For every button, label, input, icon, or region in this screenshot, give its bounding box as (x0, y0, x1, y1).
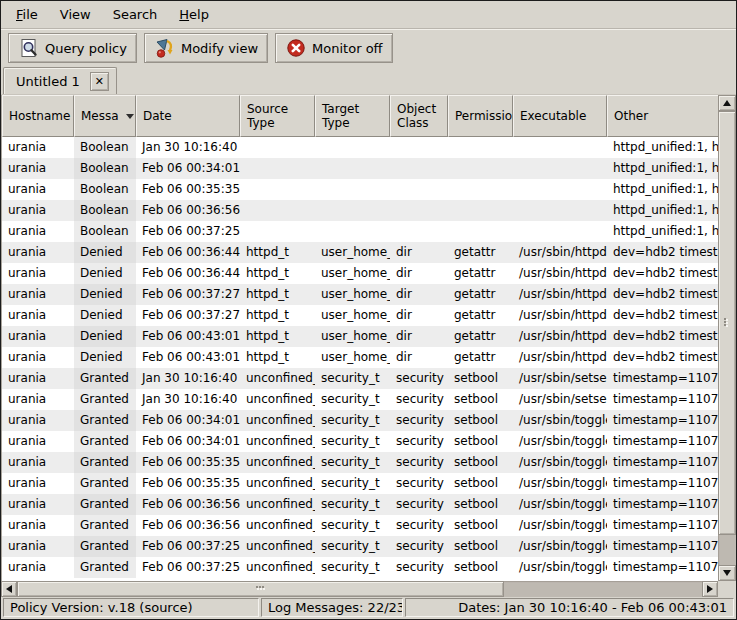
column-header-date[interactable]: Date (136, 95, 240, 137)
table-row[interactable]: uraniaGrantedFeb 06 00:35:35unconfined_s… (2, 473, 718, 494)
table-row[interactable]: uraniaBooleanFeb 06 00:35:35httpd_unifie… (2, 179, 718, 200)
table-row[interactable]: uraniaDeniedFeb 06 00:36:44httpd_tuser_h… (2, 242, 718, 263)
up-arrow-icon (723, 100, 731, 106)
table-row[interactable]: uraniaDeniedFeb 06 00:36:44httpd_tuser_h… (2, 263, 718, 284)
table-cell: /usr/sbin/toggle (513, 410, 607, 431)
down-arrow-icon (723, 570, 731, 576)
menu-view[interactable]: View (49, 3, 102, 26)
column-header-other[interactable]: Other (607, 95, 718, 137)
table-row[interactable]: uraniaBooleanFeb 06 00:37:25httpd_unifie… (2, 221, 718, 242)
table-row[interactable]: uraniaDeniedFeb 06 00:37:27httpd_tuser_h… (2, 305, 718, 326)
table-cell: security (390, 473, 448, 494)
table-row[interactable]: uraniaGrantedFeb 06 00:37:25unconfined_s… (2, 536, 718, 557)
table-row[interactable]: uraniaGrantedFeb 06 00:36:56unconfined_s… (2, 494, 718, 515)
menu-help[interactable]: Help (168, 3, 220, 26)
table-cell: Boolean (74, 158, 136, 179)
query-policy-button[interactable]: Query policy (8, 33, 137, 63)
table-cell: getattr (448, 326, 513, 347)
table-row[interactable]: uraniaGrantedFeb 06 00:34:01unconfined_s… (2, 410, 718, 431)
table-cell (513, 158, 607, 179)
column-header-permission[interactable]: Permission (448, 95, 513, 137)
table-cell: urania (2, 200, 74, 221)
table-cell: httpd_unified:1, h (607, 200, 718, 221)
scroll-right-button[interactable] (702, 581, 718, 597)
table-cell: security (390, 557, 448, 578)
table-cell: urania (2, 368, 74, 389)
table-cell: httpd_t (240, 305, 315, 326)
table-row[interactable]: uraniaGrantedFeb 06 00:36:56unconfined_s… (2, 515, 718, 536)
table-row[interactable]: uraniaBooleanFeb 06 00:36:56httpd_unifie… (2, 200, 718, 221)
column-header-hostname[interactable]: Hostname (2, 95, 74, 137)
table-cell: urania (2, 452, 74, 473)
scroll-left-button[interactable] (1, 581, 17, 597)
table-cell (390, 221, 448, 242)
table-cell: user_home_ (315, 305, 390, 326)
left-arrow-icon (6, 585, 12, 593)
horizontal-scrollbar[interactable] (1, 581, 718, 597)
toolbar: Query policy Modify view (1, 29, 736, 67)
table-cell: /usr/sbin/toggle (513, 494, 607, 515)
table-cell: getattr (448, 305, 513, 326)
close-icon[interactable]: ✕ (90, 72, 109, 91)
column-header-label: Hostname (9, 109, 70, 123)
table-cell: urania (2, 305, 74, 326)
table-row[interactable]: uraniaGrantedFeb 06 00:35:35unconfined_s… (2, 452, 718, 473)
scrollbar-corner (718, 581, 736, 597)
table-cell: /usr/sbin/httpd (513, 305, 607, 326)
column-header-object-class[interactable]: Object Class (390, 95, 448, 137)
table-cell: dev=hdb2 timesta (607, 242, 718, 263)
dates-status: Dates: Jan 30 10:16:40 - Feb 06 00:43:01 (405, 598, 734, 617)
column-header-source-type[interactable]: Source Type (240, 95, 315, 137)
table-cell: security (390, 389, 448, 410)
table-cell: unconfined_ (240, 473, 315, 494)
table-cell: setbool (448, 536, 513, 557)
menu-file[interactable]: File (5, 3, 49, 26)
table-cell: dir (390, 284, 448, 305)
table-cell: Feb 06 00:36:56 (136, 515, 240, 536)
table-row[interactable]: uraniaDeniedFeb 06 00:43:01httpd_tuser_h… (2, 326, 718, 347)
table-cell: Feb 06 00:36:44 (136, 263, 240, 284)
horizontal-scrollbar-thumb[interactable] (17, 581, 504, 597)
table-cell (513, 137, 607, 158)
table-cell: Denied (74, 284, 136, 305)
monitor-off-button[interactable]: Monitor off (275, 33, 392, 63)
table-row[interactable]: uraniaDeniedFeb 06 00:43:01httpd_tuser_h… (2, 347, 718, 368)
table-row[interactable]: uraniaGrantedFeb 06 00:34:01unconfined_s… (2, 431, 718, 452)
table-cell: httpd_unified:1, h (607, 179, 718, 200)
scroll-up-button[interactable] (718, 95, 736, 111)
tab-untitled-1[interactable]: Untitled 1 ✕ (3, 67, 117, 94)
table-row[interactable]: uraniaGrantedFeb 06 00:37:25unconfined_s… (2, 557, 718, 578)
table-cell: /usr/sbin/httpd (513, 347, 607, 368)
table-cell: /usr/sbin/httpd (513, 263, 607, 284)
menu-search[interactable]: Search (102, 3, 169, 26)
table-cell: user_home_ (315, 242, 390, 263)
table-cell: urania (2, 536, 74, 557)
scroll-down-button[interactable] (718, 565, 736, 581)
vertical-scrollbar-thumb[interactable] (718, 111, 736, 535)
table-cell: Boolean (74, 179, 136, 200)
table-row[interactable]: uraniaBooleanJan 30 10:16:40httpd_unifie… (2, 137, 718, 158)
table-cell: timestamp=11076 (607, 515, 718, 536)
table-cell: urania (2, 389, 74, 410)
table-cell: /usr/sbin/toggle (513, 431, 607, 452)
table-cell: Feb 06 00:43:01 (136, 347, 240, 368)
table-cell: timestamp=11076 (607, 494, 718, 515)
vertical-scrollbar[interactable] (718, 95, 736, 581)
table-cell: /usr/sbin/toggle (513, 557, 607, 578)
table-cell: security (390, 536, 448, 557)
table-row[interactable]: uraniaBooleanFeb 06 00:34:01httpd_unifie… (2, 158, 718, 179)
modify-view-button[interactable]: Modify view (144, 33, 268, 63)
table-cell: urania (2, 515, 74, 536)
column-header-executable[interactable]: Executable (513, 95, 607, 137)
table-row[interactable]: uraniaGrantedJan 30 10:16:40unconfined_s… (2, 368, 718, 389)
table-cell: Granted (74, 452, 136, 473)
table-row[interactable]: uraniaDeniedFeb 06 00:37:27httpd_tuser_h… (2, 284, 718, 305)
column-header-label: Executable (520, 109, 586, 123)
table-cell: /usr/sbin/httpd (513, 326, 607, 347)
table-cell: security_t (315, 389, 390, 410)
table-cell: security (390, 515, 448, 536)
column-header-messa[interactable]: Messa (74, 95, 136, 137)
column-header-target-type[interactable]: Target Type (315, 95, 390, 137)
table-cell: urania (2, 158, 74, 179)
table-row[interactable]: uraniaGrantedJan 30 10:16:40unconfined_s… (2, 389, 718, 410)
